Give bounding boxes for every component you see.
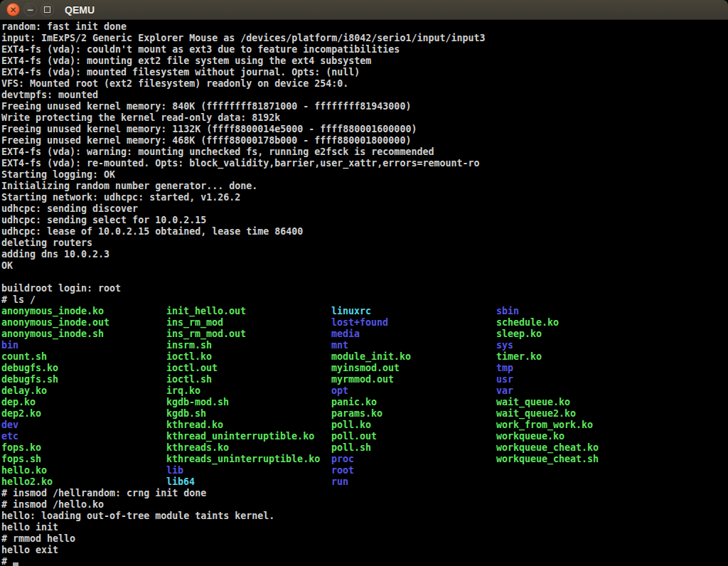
- ls-entry-dir: tmp: [496, 363, 661, 374]
- ls-entry-exec: workqueue.ko: [496, 431, 661, 442]
- ls-entry-exec: myrmmod.out: [331, 374, 496, 385]
- terminal-line: # rmmod hello: [1, 533, 728, 545]
- ls-entry-exec: schedule.ko: [496, 317, 661, 329]
- ls-entry-exec: insrm.sh: [166, 340, 331, 351]
- ls-row: bininsrm.shmntsys: [1, 340, 728, 351]
- ls-entry-exec: workqueue_cheat.ko: [496, 442, 661, 454]
- terminal-line: # insmod /hello.ko: [1, 499, 728, 511]
- ls-entry-dir: bin: [1, 340, 166, 351]
- terminal-line: EXT4-fs (vda): mounting ext2 file system…: [1, 55, 728, 67]
- ls-entry-exec: poll.sh: [331, 442, 496, 454]
- maximize-icon: [44, 6, 50, 13]
- ls-row: fops.shkthreads_uninterruptible.koprocwo…: [1, 454, 728, 465]
- terminal-line: Freeing unused kernel memory: 1132K (fff…: [1, 124, 728, 135]
- ls-entry-dir: sbin: [496, 306, 661, 317]
- ls-row: etckthread_uninterruptible.kopoll.outwor…: [1, 431, 728, 442]
- ls-entry-dir: etc: [1, 431, 166, 442]
- ls-entry-exec: fops.sh: [1, 454, 166, 465]
- qemu-window: ✕ − QEMU random: fast init doneinput: Im…: [0, 0, 728, 566]
- ls-entry-dir: media: [331, 329, 496, 340]
- terminal-line: EXT4-fs (vda): mounted filesystem withou…: [1, 67, 728, 78]
- terminal-line: Freeing unused kernel memory: 468K (ffff…: [1, 135, 728, 146]
- terminal-line: [1, 272, 728, 283]
- ls-entry-exec: ioctl.out: [166, 363, 331, 374]
- terminal-line: OK: [1, 260, 728, 272]
- terminal-line: EXT4-fs (vda): warning: mounting uncheck…: [1, 146, 728, 158]
- terminal-screen[interactable]: random: fast init doneinput: ImExPS/2 Ge…: [0, 20, 728, 566]
- ls-entry-exec: anonymous_inode.ko: [1, 306, 166, 317]
- ls-entry-dir: proc: [331, 454, 496, 465]
- ls-entry-dir: run: [331, 476, 496, 488]
- ls-entry-exec: hello.ko: [1, 465, 166, 476]
- ls-entry-exec: kthreads_uninterruptible.ko: [166, 454, 331, 465]
- shell-prompt: #: [1, 556, 13, 566]
- ls-entry-exec: anonymous_inode.sh: [1, 329, 166, 340]
- terminal-line: hello: loading out-of-tree module taints…: [1, 511, 728, 522]
- ls-row: devkthread.kopoll.kowork_from_work.ko: [1, 420, 728, 431]
- ls-entry-dir: lost+found: [331, 317, 496, 329]
- ls-entry-exec: params.ko: [331, 408, 496, 420]
- ls-entry-dir: sys: [496, 340, 661, 351]
- terminal-line: hello exit: [1, 545, 728, 556]
- close-button[interactable]: ✕: [6, 3, 20, 16]
- ls-row: dep.kokgdb-mod.shpanic.kowait_queue.ko: [1, 397, 728, 408]
- ls-entry-exec: poll.out: [331, 431, 496, 442]
- ls-entry-exec: workqueue_cheat.sh: [496, 454, 661, 465]
- ls-entry-exec: irq.ko: [166, 385, 331, 397]
- ls-entry-dir: opt: [331, 385, 496, 397]
- ls-entry-exec: init_hello.out: [166, 306, 331, 317]
- terminal-line: Write protecting the kernel read-only da…: [1, 112, 728, 124]
- maximize-button[interactable]: [41, 3, 54, 16]
- ls-entry-link: lib64: [166, 476, 331, 488]
- ls-entry-exec: poll.ko: [331, 420, 496, 431]
- ls-entry-dir: var: [496, 385, 661, 397]
- terminal-line: devtmpfs: mounted: [1, 90, 728, 101]
- ls-entry-dir: dev: [1, 420, 166, 431]
- titlebar[interactable]: ✕ − QEMU: [0, 0, 728, 20]
- close-icon: ✕: [9, 5, 16, 14]
- terminal-line: # insmod /hellrandom: crng init done: [1, 488, 728, 499]
- ls-entry-dir: lib: [166, 465, 331, 476]
- terminal-line: EXT4-fs (vda): re-mounted. Opts: block_v…: [1, 158, 728, 169]
- ls-row: dep2.kokgdb.shparams.kowait_queue2.ko: [1, 408, 728, 420]
- terminal-line: buildroot login: root: [1, 283, 728, 294]
- ls-row: anonymous_inode.shins_rm_mod.outmediasle…: [1, 329, 728, 340]
- ls-row: hello2.kolib64run: [1, 476, 728, 488]
- terminal-cursor: [13, 562, 18, 566]
- terminal-line: VFS: Mounted root (ext2 filesystem) read…: [1, 78, 728, 90]
- ls-entry-exec: kthread_uninterruptible.ko: [166, 431, 331, 442]
- ls-row: hello.kolibroot: [1, 465, 728, 476]
- terminal-line: adding dns 10.0.2.3: [1, 249, 728, 260]
- ls-entry-exec: ioctl.ko: [166, 351, 331, 363]
- minimize-icon: −: [26, 5, 33, 14]
- window-title: QEMU: [65, 4, 95, 16]
- minimize-button[interactable]: −: [23, 3, 37, 16]
- terminal-line: udhcpc: sending select for 10.0.2.15: [1, 215, 728, 226]
- ls-row: debugfs.koioctl.outmyinsmod.outtmp: [1, 363, 728, 374]
- terminal-line: Starting network: udhcpc: started, v1.26…: [1, 192, 728, 203]
- terminal-line: random: fast init done: [1, 21, 728, 33]
- ls-row: fops.kokthreads.kopoll.shworkqueue_cheat…: [1, 442, 728, 454]
- terminal-line: deleting routers: [1, 237, 728, 249]
- ls-entry-exec: kgdb.sh: [166, 408, 331, 420]
- terminal-line: Starting logging: OK: [1, 169, 728, 181]
- ls-entry-exec: fops.ko: [1, 442, 166, 454]
- ls-entry-dir: root: [331, 465, 496, 476]
- ls-entry-dir: mnt: [331, 340, 496, 351]
- terminal-line: input: ImExPS/2 Generic Explorer Mouse a…: [1, 33, 728, 44]
- prompt-line: #: [1, 556, 728, 566]
- ls-entry-exec: work_from_work.ko: [496, 420, 661, 431]
- ls-entry-exec: anonymous_inode.out: [1, 317, 166, 329]
- ls-row: anonymous_inode.koinit_hello.outlinuxrcs…: [1, 306, 728, 317]
- ls-entry-exec: delay.ko: [1, 385, 166, 397]
- terminal-line: Initializing random number generator... …: [1, 181, 728, 192]
- terminal-line: hello init: [1, 522, 728, 533]
- ls-entry-exec: hello2.ko: [1, 476, 166, 488]
- terminal-line: EXT4-fs (vda): couldn't mount as ext3 du…: [1, 44, 728, 55]
- ls-entry-exec: dep2.ko: [1, 408, 166, 420]
- terminal-line: udhcpc: sending discover: [1, 203, 728, 215]
- ls-row: count.shioctl.komodule_init.kotimer.ko: [1, 351, 728, 363]
- ls-entry-exec: sleep.ko: [496, 329, 661, 340]
- ls-entry-exec: ins_rm_mod.out: [166, 329, 331, 340]
- ls-row: debugfs.shioctl.shmyrmmod.outusr: [1, 374, 728, 385]
